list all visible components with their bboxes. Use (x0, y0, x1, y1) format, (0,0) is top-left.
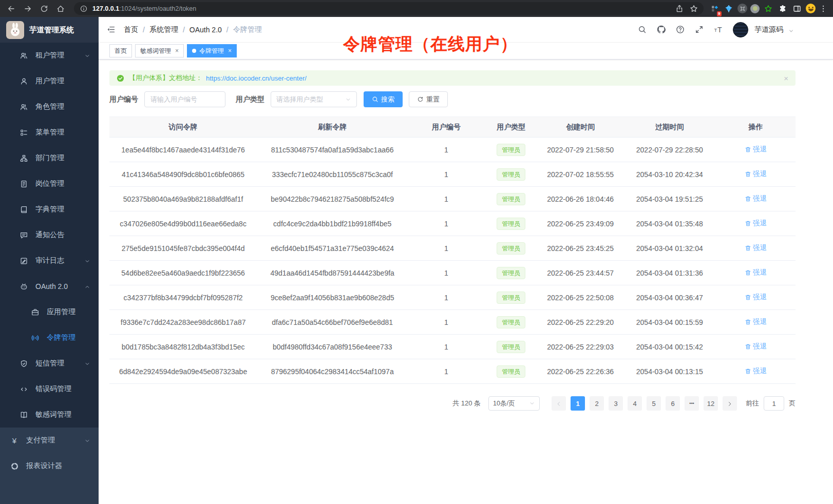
browser-forward-icon[interactable] (21, 2, 35, 15)
fullscreen-icon[interactable] (695, 25, 704, 34)
next-page-button[interactable] (723, 396, 737, 411)
sidebar-item-robot[interactable]: OAuth 2.0 (0, 274, 99, 299)
goto-page-input[interactable] (764, 396, 784, 411)
page-button-4[interactable]: 4 (628, 396, 642, 411)
extensions-puzzle-icon[interactable] (777, 2, 788, 15)
user-type-badge: 管理员 (497, 341, 525, 353)
force-logout-button[interactable]: 强退 (745, 243, 767, 253)
sidebar-item-app[interactable]: 应用管理 (0, 299, 99, 325)
site-info-icon[interactable] (78, 2, 89, 15)
sidebar-item-notice[interactable]: 通知公告 (0, 222, 99, 248)
sidebar-item-report[interactable]: 报表设计器 (0, 453, 99, 479)
alert-close-icon[interactable]: × (784, 74, 788, 83)
reset-button[interactable]: 重置 (409, 91, 448, 107)
user-type-select[interactable]: 请选择用户类型 (271, 91, 357, 107)
force-logout-button[interactable]: 强退 (745, 169, 767, 179)
side-panel-icon[interactable] (791, 2, 803, 15)
force-logout-button[interactable]: 强退 (745, 219, 767, 228)
bookmark-star-icon[interactable] (688, 2, 699, 15)
force-logout-button[interactable]: 强退 (745, 145, 767, 154)
user-type-badge: 管理员 (497, 193, 525, 205)
force-logout-button[interactable]: 强退 (745, 317, 767, 326)
notice-icon (20, 231, 28, 239)
sidebar-item-token[interactable]: 令牌管理 (0, 325, 99, 351)
command-extension-icon[interactable] (737, 4, 747, 13)
sidebar-item-user[interactable]: 用户管理 (0, 68, 99, 94)
tab-close-icon[interactable]: × (175, 47, 179, 54)
app-logo[interactable]: 芋道管理系统 (0, 17, 99, 43)
sidebar-item-audit[interactable]: 审计日志 (0, 248, 99, 274)
view-tab[interactable]: 敏感词管理× (135, 44, 184, 57)
pagination-total: 共 120 条 (452, 399, 481, 408)
sidebar-item-book[interactable]: 敏感词管理 (0, 402, 99, 428)
select-caret-icon (345, 96, 351, 103)
force-logout-label: 强退 (753, 219, 767, 228)
table-row: 1ea5e44f8bc1467aaede43144f31de76811c5304… (109, 138, 796, 162)
browser-back-icon[interactable] (4, 2, 18, 15)
user-menu-caret-icon[interactable] (788, 28, 794, 34)
goto-label: 前往 (746, 399, 759, 408)
share-icon[interactable] (674, 2, 685, 15)
extension-manager-icon[interactable]: 9 (710, 2, 720, 15)
github-icon[interactable] (657, 25, 666, 34)
sidebar-item-code[interactable]: 错误码管理 (0, 376, 99, 402)
font-size-icon[interactable]: TT (714, 25, 723, 34)
sidebar-item-users[interactable]: 租户管理 (0, 43, 99, 68)
profile-avatar-icon[interactable] (806, 4, 816, 13)
view-tab[interactable]: 首页 (109, 44, 132, 57)
user-id-cell: 1 (408, 211, 485, 236)
breadcrumb-item[interactable]: 系统管理 (149, 25, 178, 34)
browser-menu-icon[interactable] (819, 2, 828, 15)
record-extension-icon[interactable] (750, 4, 760, 13)
users-icon (20, 103, 28, 111)
tab-close-icon[interactable]: × (228, 47, 232, 54)
page-button-6[interactable]: 6 (666, 396, 680, 411)
prev-page-button[interactable] (552, 396, 566, 411)
create-time-cell: 2022-06-25 22:26:36 (538, 359, 623, 384)
page-button-2[interactable]: 2 (590, 396, 604, 411)
page-button-1[interactable]: 1 (571, 396, 585, 411)
tab-label: 令牌管理 (199, 47, 224, 55)
page-size-select[interactable]: 10条/页 (488, 396, 540, 411)
create-time-cell: 2022-06-25 22:50:08 (538, 285, 623, 310)
filter-bar: 用户编号 用户类型 请选择用户类型 搜索 重置 (109, 91, 796, 107)
browser-reload-icon[interactable] (37, 2, 51, 15)
sidebar-item-org[interactable]: 部门管理 (0, 145, 99, 171)
sidebar-item-dict[interactable]: 字典管理 (0, 197, 99, 222)
column-header: 创建时间 (538, 117, 623, 138)
user-icon (20, 77, 28, 85)
user-avatar[interactable] (733, 22, 748, 37)
sidebar-item-menu[interactable]: 菜单管理 (0, 120, 99, 145)
sidebar-toggle-icon[interactable] (107, 25, 116, 34)
alert-link[interactable]: https://doc.iocoder.cn/user-center/ (206, 74, 307, 82)
force-logout-button[interactable]: 强退 (745, 268, 767, 277)
view-tab[interactable]: 令牌管理× (187, 44, 237, 57)
page-button-12[interactable]: 12 (704, 396, 718, 411)
star-extension-icon[interactable] (763, 2, 774, 15)
breadcrumb-item[interactable]: OAuth 2.0 (190, 26, 222, 34)
gem-extension-icon[interactable] (723, 2, 734, 15)
page-button-5[interactable]: 5 (647, 396, 661, 411)
sidebar-item-shield[interactable]: 短信管理 (0, 351, 99, 376)
breadcrumb-item[interactable]: 首页 (124, 25, 138, 34)
help-icon[interactable] (676, 25, 685, 34)
user-id-input[interactable] (144, 91, 225, 107)
browser-home-icon[interactable] (53, 2, 68, 15)
actions-cell: 强退 (716, 211, 796, 236)
force-logout-button[interactable]: 强退 (745, 342, 767, 351)
username[interactable]: 芋道源码 (754, 25, 783, 34)
page-button-3[interactable]: 3 (609, 396, 623, 411)
header-search-icon[interactable] (638, 25, 647, 34)
force-logout-button[interactable]: 强退 (745, 194, 767, 203)
sidebar-item-yen[interactable]: ¥支付管理 (0, 428, 99, 453)
search-button[interactable]: 搜索 (364, 91, 403, 107)
table-row: b0d1785bc3a8482f812db4a3f3bd15ecb0df4980… (109, 335, 796, 359)
sidebar-item-post[interactable]: 岗位管理 (0, 171, 99, 197)
sidebar-item-users[interactable]: 角色管理 (0, 94, 99, 120)
page-ellipsis[interactable]: ••• (685, 396, 699, 411)
refresh-token-cell: 9ce8ef2aa9f14056b831ae9b608e28d5 (257, 285, 408, 310)
address-bar[interactable]: 127.0.0.1:1024/system/oauth2/token (74, 2, 704, 15)
sidebar-item-label: 用户管理 (35, 76, 64, 86)
force-logout-button[interactable]: 强退 (745, 293, 767, 302)
force-logout-button[interactable]: 强退 (745, 366, 767, 376)
